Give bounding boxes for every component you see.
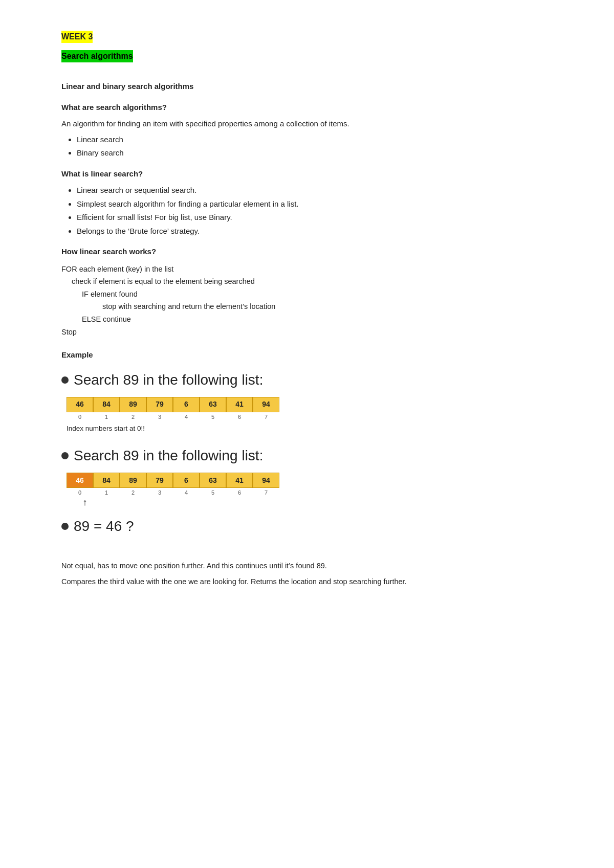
how-linear-works-heading: How linear search works? bbox=[61, 246, 553, 258]
index-cell: 4 bbox=[173, 412, 200, 421]
search1-line: Search 89 in the following list: bbox=[61, 369, 553, 391]
index-cell: 2 bbox=[120, 412, 146, 421]
bottom-text-2: Compares the third value with the one we… bbox=[61, 576, 553, 588]
index-cell: 0 bbox=[67, 488, 93, 497]
week-title: WEEK 3 bbox=[61, 31, 93, 43]
array-cell: 6 bbox=[173, 473, 200, 488]
array-cell-highlighted: 46 bbox=[67, 473, 93, 488]
what-are-heading: What are search algorithms? bbox=[61, 102, 553, 114]
array-cell: 6 bbox=[173, 397, 200, 412]
index-cell: 3 bbox=[146, 488, 173, 497]
equation-text: 89 = 46 ? bbox=[74, 516, 134, 537]
pseudo-line-3: stop with searching and return the eleme… bbox=[102, 300, 553, 313]
array-cell: 79 bbox=[146, 397, 173, 412]
search2-text: Search 89 in the following list: bbox=[74, 445, 263, 466]
equation-line: 89 = 46 ? bbox=[61, 516, 553, 537]
example-label: Example bbox=[61, 349, 553, 361]
bullet-dot-3 bbox=[61, 523, 69, 530]
index-cell: 7 bbox=[253, 488, 279, 497]
array-table-1: 46 84 89 79 6 63 41 94 0 1 2 3 4 5 6 7 bbox=[67, 397, 553, 421]
index-cell: 5 bbox=[200, 412, 226, 421]
main-heading: Linear and binary search algorithms bbox=[61, 81, 553, 93]
index-cell: 5 bbox=[200, 488, 226, 497]
array-cell: 84 bbox=[93, 397, 120, 412]
pseudo-line-1: check if element is equal to the element… bbox=[72, 275, 553, 288]
index-cell: 6 bbox=[226, 488, 253, 497]
what-is-linear-heading: What is linear search? bbox=[61, 168, 553, 180]
what-are-desc: An algorithm for finding an item with sp… bbox=[61, 118, 553, 130]
list-item: Linear search or sequential search. bbox=[77, 185, 553, 196]
index-cell: 2 bbox=[120, 488, 146, 497]
index-note: Index numbers start at 0!! bbox=[67, 424, 553, 434]
list-item: Linear search bbox=[77, 134, 553, 146]
array-row-2: 46 84 89 79 6 63 41 94 bbox=[67, 473, 553, 488]
array-cell: 94 bbox=[253, 397, 279, 412]
pseudo-line-4: ELSE continue bbox=[82, 313, 553, 326]
array-cell: 46 bbox=[67, 397, 93, 412]
arrow-row: ↑ bbox=[72, 497, 553, 507]
array-cell: 89 bbox=[120, 473, 146, 488]
array-cell: 79 bbox=[146, 473, 173, 488]
bullet-dot-2 bbox=[61, 452, 69, 459]
list-item: Belongs to the ‘Brute force’ strategy. bbox=[77, 226, 553, 237]
index-cell: 1 bbox=[93, 412, 120, 421]
what-is-linear-list: Linear search or sequential search. Simp… bbox=[77, 185, 553, 237]
index-row-1: 0 1 2 3 4 5 6 7 bbox=[67, 412, 553, 421]
index-cell: 1 bbox=[93, 488, 120, 497]
index-cell: 4 bbox=[173, 488, 200, 497]
array-cell: 89 bbox=[120, 397, 146, 412]
index-cell: 7 bbox=[253, 412, 279, 421]
pseudo-line-5: Stop bbox=[61, 326, 553, 339]
list-item: Simplest search algorithm for finding a … bbox=[77, 198, 553, 210]
pseudo-line-0: FOR each element (key) in the list bbox=[61, 263, 553, 276]
list-item: Efficient for small lists! For big list,… bbox=[77, 212, 553, 224]
array-row-1: 46 84 89 79 6 63 41 94 bbox=[67, 397, 553, 412]
list-item: Binary search bbox=[77, 147, 553, 159]
array-cell: 63 bbox=[200, 397, 226, 412]
what-are-list: Linear search Binary search bbox=[77, 134, 553, 159]
bullet-dot-1 bbox=[61, 376, 69, 384]
section-heading: Search algorithms bbox=[61, 50, 133, 62]
index-cell: 0 bbox=[67, 412, 93, 421]
array-table-2: 46 84 89 79 6 63 41 94 0 1 2 3 4 5 6 7 ↑ bbox=[67, 473, 553, 507]
index-cell: 6 bbox=[226, 412, 253, 421]
bottom-text-1: Not equal, has to move one position furt… bbox=[61, 560, 553, 572]
array-cell: 41 bbox=[226, 473, 253, 488]
array-cell: 84 bbox=[93, 473, 120, 488]
array-cell: 94 bbox=[253, 473, 279, 488]
index-row-2: 0 1 2 3 4 5 6 7 bbox=[67, 488, 553, 497]
pseudo-line-2: IF element found bbox=[82, 288, 553, 301]
search1-text: Search 89 in the following list: bbox=[74, 369, 263, 391]
array-cell: 63 bbox=[200, 473, 226, 488]
pseudocode-block: FOR each element (key) in the list check… bbox=[61, 263, 553, 339]
array-cell: 41 bbox=[226, 397, 253, 412]
index-cell: 3 bbox=[146, 412, 173, 421]
search2-line: Search 89 in the following list: bbox=[61, 445, 553, 466]
bottom-text-block: Not equal, has to move one position furt… bbox=[61, 560, 553, 588]
arrow-cell: ↑ bbox=[72, 497, 98, 507]
